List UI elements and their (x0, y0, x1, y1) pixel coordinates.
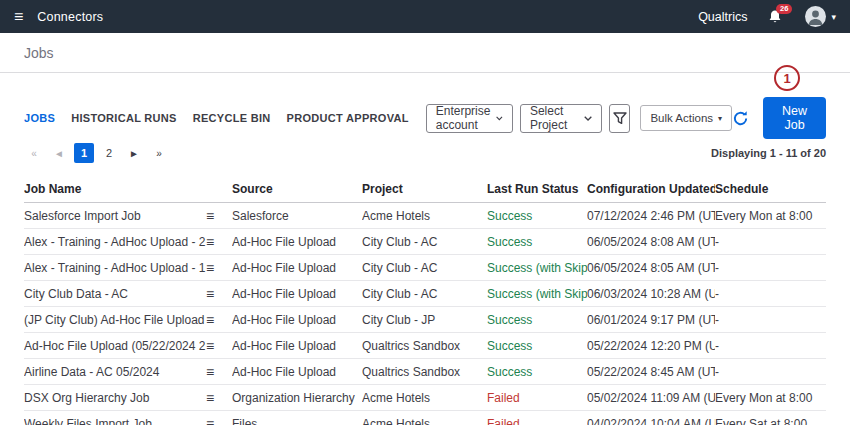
table-row[interactable]: Salesforce Import Job ≡ Salesforce Acme … (24, 203, 826, 229)
job-updated: 06/05/2024 8:05 AM (UTC-0... (587, 261, 715, 275)
table-row[interactable]: Ad-Hoc File Upload (05/22/2024 2:19 PM .… (24, 333, 826, 359)
chevron-down-icon (496, 115, 503, 122)
job-source: Salesforce (232, 209, 362, 223)
tab-recycle-bin[interactable]: RECYCLE BIN (193, 112, 271, 124)
job-schedule: - (715, 339, 826, 353)
annotation-marker-1: 1 (774, 65, 800, 91)
job-name[interactable]: (JP City Club) Ad-Hoc File Upload (06/01… (24, 313, 206, 327)
job-status: Success (with Skipp... (487, 287, 587, 301)
column-configuration-updated[interactable]: Configuration Updated (587, 182, 715, 196)
job-project: Qualtrics Sandbox (362, 365, 487, 379)
column-job-name[interactable]: Job Name (24, 182, 206, 196)
last-page-button[interactable]: » (149, 143, 169, 163)
job-name[interactable]: Salesforce Import Job (24, 209, 206, 223)
job-schedule: - (715, 313, 826, 327)
refresh-icon (732, 110, 749, 127)
row-menu-icon[interactable]: ≡ (206, 338, 232, 354)
job-source: Organization Hierarchy (232, 391, 362, 405)
filter-button[interactable] (609, 104, 630, 133)
table-row[interactable]: Alex - Training - AdHoc Upload - 1 ≡ Ad-… (24, 255, 826, 281)
row-menu-icon[interactable]: ≡ (206, 234, 232, 250)
table-row[interactable]: City Club Data - AC ≡ Ad-Hoc File Upload… (24, 281, 826, 307)
job-project: Acme Hotels (362, 209, 487, 223)
job-name[interactable]: Airline Data - AC 05/2024 (24, 365, 206, 379)
jobs-table: Job Name Source Project Last Run Status … (24, 175, 826, 425)
account-dropdown[interactable]: Enterprise account (426, 104, 513, 133)
row-menu-icon[interactable]: ≡ (206, 390, 232, 406)
job-source: Ad-Hoc File Upload (232, 339, 362, 353)
job-updated: 06/01/2024 9:17 PM (UTC-0... (587, 313, 715, 327)
page-button-2[interactable]: 2 (99, 143, 119, 163)
job-name[interactable]: Ad-Hoc File Upload (05/22/2024 2:19 PM .… (24, 339, 206, 353)
job-status: Success (487, 339, 587, 353)
job-name[interactable]: Alex - Training - AdHoc Upload - 2 (24, 235, 206, 249)
job-updated: 05/02/2024 11:09 AM (UTC-... (587, 391, 715, 405)
column-last-run-status[interactable]: Last Run Status (487, 182, 587, 196)
job-status: Success (487, 235, 587, 249)
user-icon (805, 6, 826, 27)
app-title: Connectors (37, 10, 103, 24)
chevron-down-icon (584, 115, 592, 122)
job-name[interactable]: Alex - Training - AdHoc Upload - 1 (24, 261, 206, 275)
new-job-button[interactable]: New Job (763, 97, 826, 139)
row-menu-icon[interactable]: ≡ (206, 416, 232, 425)
table-row[interactable]: Alex - Training - AdHoc Upload - 2 ≡ Ad-… (24, 229, 826, 255)
job-project: Acme Hotels (362, 391, 487, 405)
job-status: Success (487, 313, 587, 327)
job-updated: 06/05/2024 8:08 AM (UTC-0... (587, 235, 715, 249)
tab-historical-runs[interactable]: HISTORICAL RUNS (71, 112, 177, 124)
row-menu-icon[interactable]: ≡ (206, 286, 232, 302)
pager: « ◄ 1 2 ► » (24, 143, 169, 163)
column-configuration-updated-label: Configuration Updated (587, 182, 715, 196)
table-row[interactable]: (JP City Club) Ad-Hoc File Upload (06/01… (24, 307, 826, 333)
job-source: Ad-Hoc File Upload (232, 261, 362, 275)
table-header-row: Job Name Source Project Last Run Status … (24, 175, 826, 203)
account-menu-button[interactable]: ▾ (805, 6, 836, 27)
page-header: Jobs (0, 33, 850, 73)
job-updated: 04/02/2024 10:04 AM (UTC-... (587, 417, 715, 425)
refresh-button[interactable] (732, 110, 749, 127)
table-row[interactable]: DSX Org Hierarchy Job ≡ Organization Hie… (24, 385, 826, 411)
row-menu-icon[interactable]: ≡ (206, 260, 232, 276)
bulk-actions-label: Bulk Actions (650, 112, 713, 124)
job-name[interactable]: City Club Data - AC (24, 287, 206, 301)
job-project: City Club - AC (362, 287, 487, 301)
job-schedule: - (715, 261, 826, 275)
job-status: Success (487, 209, 587, 223)
notification-badge: 26 (776, 4, 791, 15)
job-project: City Club - AC (362, 235, 487, 249)
row-menu-icon[interactable]: ≡ (206, 312, 232, 328)
chevron-down-icon: ▾ (831, 12, 836, 22)
job-source: Ad-Hoc File Upload (232, 287, 362, 301)
first-page-button[interactable]: « (24, 143, 44, 163)
bulk-actions-button[interactable]: Bulk Actions ▾ (640, 105, 732, 131)
hamburger-menu-icon[interactable]: ≡ (14, 9, 23, 25)
column-schedule[interactable]: Schedule (715, 182, 826, 196)
job-schedule: Every Mon at 8:00 (715, 391, 826, 405)
job-updated: 06/03/2024 10:28 AM (UTC-... (587, 287, 715, 301)
tab-jobs[interactable]: JOBS (24, 112, 55, 124)
row-menu-icon[interactable]: ≡ (206, 208, 232, 224)
job-project: City Club - AC (362, 261, 487, 275)
project-dropdown[interactable]: Select Project (520, 104, 602, 133)
brand-link[interactable]: Qualtrics (698, 10, 747, 24)
job-schedule: - (715, 235, 826, 249)
toolbar: JOBS HISTORICAL RUNS RECYCLE BIN PRODUCT… (24, 103, 826, 133)
caret-down-icon: ▾ (718, 114, 722, 123)
notifications-button[interactable]: 26 (767, 9, 783, 25)
next-page-button[interactable]: ► (124, 143, 144, 163)
page-title: Jobs (24, 45, 826, 61)
column-project[interactable]: Project (362, 182, 487, 196)
prev-page-button[interactable]: ◄ (49, 143, 69, 163)
job-updated: 05/22/2024 12:20 PM (UTC-... (587, 339, 715, 353)
table-row[interactable]: Airline Data - AC 05/2024 ≡ Ad-Hoc File … (24, 359, 826, 385)
job-name[interactable]: DSX Org Hierarchy Job (24, 391, 206, 405)
tab-product-approval[interactable]: PRODUCT APPROVAL (287, 112, 409, 124)
job-name[interactable]: Weekly Files Import Job (24, 417, 206, 425)
row-menu-icon[interactable]: ≡ (206, 364, 232, 380)
column-source[interactable]: Source (232, 182, 362, 196)
page-button-1[interactable]: 1 (74, 143, 94, 163)
job-project: City Club - JP (362, 313, 487, 327)
project-dropdown-value: Select Project (530, 104, 584, 132)
table-row[interactable]: Weekly Files Import Job ≡ Files Acme Hot… (24, 411, 826, 425)
